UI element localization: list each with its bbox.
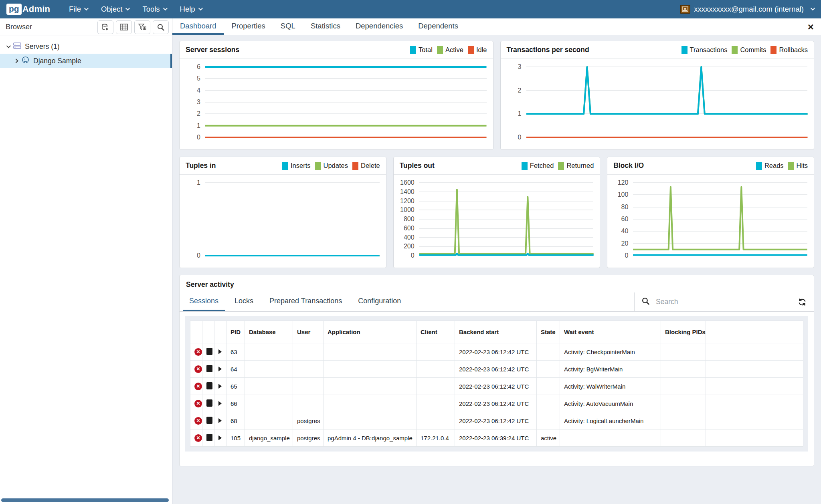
tuples-out-chart: Tuples outFetchedReturned160014001200100… bbox=[393, 157, 601, 268]
cell-user bbox=[293, 378, 324, 395]
terminate-session-button[interactable]: ✕ bbox=[194, 434, 202, 442]
horizontal-scrollbar[interactable] bbox=[1, 498, 169, 502]
column-header-client: Client bbox=[417, 321, 455, 343]
table-row[interactable]: ✕652022-02-23 06:12:42 UTCActivity: WalW… bbox=[190, 378, 803, 395]
cell-wait-event: Activity: WalWriterMain bbox=[560, 378, 661, 395]
activity-tab-prepared-transactions[interactable]: Prepared Transactions bbox=[263, 292, 348, 311]
user-avatar-icon bbox=[680, 5, 690, 14]
browser-header: Browser bbox=[0, 18, 172, 36]
terminate-session-button[interactable]: ✕ bbox=[194, 400, 202, 407]
menu-help[interactable]: Help bbox=[173, 0, 208, 18]
cancel-query-button[interactable] bbox=[206, 348, 212, 355]
terminate-session-button[interactable]: ✕ bbox=[194, 417, 202, 425]
cell-terminate: ✕ bbox=[190, 412, 202, 429]
tab-dashboard[interactable]: Dashboard bbox=[172, 18, 224, 35]
close-icon[interactable]: × bbox=[808, 22, 814, 32]
tree-node-servers[interactable]: Servers (1) bbox=[0, 39, 172, 54]
expand-row-icon[interactable] bbox=[218, 435, 222, 440]
cell-state bbox=[537, 395, 560, 412]
legend-label: Fetched bbox=[530, 162, 554, 169]
cell-database bbox=[245, 361, 293, 378]
menu-tools[interactable]: Tools bbox=[135, 0, 173, 18]
chart-header: Server sessionsTotalActiveIdle bbox=[180, 41, 493, 59]
activity-tabs: SessionsLocksPrepared TransactionsConfig… bbox=[180, 292, 634, 311]
axis-tick-label: 1 bbox=[180, 123, 200, 129]
column-header-user: User bbox=[293, 321, 324, 343]
column-header-pid: PID bbox=[226, 321, 245, 343]
table-row[interactable]: ✕632022-02-23 06:12:42 UTCActivity: Chec… bbox=[190, 343, 803, 361]
tab-statistics[interactable]: Statistics bbox=[303, 18, 348, 35]
table-row[interactable]: ✕662022-02-23 06:12:42 UTCActivity: Auto… bbox=[190, 395, 803, 412]
activity-tab-locks[interactable]: Locks bbox=[228, 292, 260, 311]
menu-file[interactable]: File bbox=[62, 0, 94, 18]
terminate-session-button[interactable]: ✕ bbox=[194, 383, 202, 390]
series-hits bbox=[633, 187, 807, 250]
server-sessions-chart: Server sessionsTotalActiveIdle6543210 bbox=[179, 41, 493, 150]
activity-tab-sessions[interactable]: Sessions bbox=[183, 292, 225, 311]
server-activity-panel: Server activity SessionsLocksPrepared Tr… bbox=[179, 275, 814, 466]
chevron-down-icon bbox=[163, 6, 167, 10]
cancel-query-button[interactable] bbox=[206, 434, 212, 441]
axis-tick-label: 3 bbox=[501, 64, 522, 70]
table-row[interactable]: ✕105django_samplepostgrespgAdmin 4 - DB:… bbox=[190, 429, 803, 447]
cell-blocking-pids bbox=[661, 343, 706, 361]
tuples-in-chart: Tuples inInsertsUpdatesDelete10 bbox=[179, 157, 386, 268]
terminate-session-button[interactable]: ✕ bbox=[194, 365, 202, 373]
legend-swatch bbox=[681, 46, 688, 54]
cancel-query-button[interactable] bbox=[206, 382, 212, 389]
cancel-query-button[interactable] bbox=[206, 365, 212, 372]
chevron-right-icon[interactable] bbox=[14, 58, 18, 63]
axis-tick-label: 1000 bbox=[394, 207, 415, 213]
expand-row-icon[interactable] bbox=[218, 418, 222, 423]
activity-tab-configuration[interactable]: Configuration bbox=[352, 292, 407, 311]
cell-database bbox=[245, 412, 293, 429]
browser-sidebar: Browser Servers (1) bbox=[0, 18, 172, 504]
expand-row-icon[interactable] bbox=[218, 367, 222, 371]
axis-tick-label: 0 bbox=[180, 252, 200, 259]
query-tool-icon[interactable] bbox=[97, 20, 113, 34]
tab-dependents[interactable]: Dependents bbox=[410, 18, 466, 35]
cell-state: active bbox=[537, 429, 560, 447]
cell-backend-start: 2022-02-23 06:12:42 UTC bbox=[455, 412, 537, 429]
cell-user bbox=[293, 343, 324, 361]
table-view-icon[interactable] bbox=[116, 20, 132, 34]
cancel-query-button[interactable] bbox=[206, 399, 212, 407]
cancel-query-button[interactable] bbox=[206, 417, 212, 424]
cell-terminate: ✕ bbox=[190, 378, 202, 395]
logo-admin-text: Admin bbox=[22, 4, 50, 14]
tab-dependencies[interactable]: Dependencies bbox=[348, 18, 410, 35]
table-row[interactable]: ✕68postgres2022-02-23 06:12:42 UTCActivi… bbox=[190, 412, 803, 429]
search-icon[interactable] bbox=[153, 20, 169, 34]
legend-swatch bbox=[468, 46, 474, 54]
table-row[interactable]: ✕642022-02-23 06:12:42 UTCActivity: BgWr… bbox=[190, 361, 803, 378]
search-input[interactable] bbox=[656, 298, 783, 306]
expand-row-icon[interactable] bbox=[218, 401, 222, 406]
expand-row-icon[interactable] bbox=[218, 349, 222, 354]
refresh-button[interactable] bbox=[790, 292, 814, 311]
chevron-down-icon[interactable] bbox=[6, 44, 11, 48]
cell-terminate: ✕ bbox=[190, 343, 202, 361]
tab-sql[interactable]: SQL bbox=[273, 18, 303, 35]
chart-legend: TotalActiveIdle bbox=[410, 46, 487, 54]
legend-label: Delete bbox=[361, 162, 380, 169]
cell-application bbox=[324, 361, 417, 378]
chart-header: Transactions per secondTransactionsCommi… bbox=[501, 41, 814, 59]
cell-client bbox=[417, 361, 455, 378]
cell-state bbox=[537, 378, 560, 395]
tree-node-django-sample[interactable]: Django Sample bbox=[0, 54, 172, 68]
chart-plot-area: 6543210 bbox=[180, 67, 487, 137]
axis-tick-label: 6 bbox=[180, 64, 200, 70]
menu-label: Object bbox=[101, 5, 122, 14]
series-returned bbox=[419, 190, 594, 254]
terminate-session-button[interactable]: ✕ bbox=[194, 348, 202, 356]
axis-tick-label: 2 bbox=[501, 87, 522, 94]
cell-cancel bbox=[202, 395, 214, 412]
cell-pid: 65 bbox=[226, 378, 245, 395]
content-pane: DashboardPropertiesSQLStatisticsDependen… bbox=[172, 18, 821, 504]
axis-tick-label: 100 bbox=[607, 192, 628, 198]
expand-row-icon[interactable] bbox=[218, 384, 222, 389]
tab-properties[interactable]: Properties bbox=[224, 18, 273, 35]
user-menu[interactable]: xxxxxxxxxx@gmail.com (internal) bbox=[680, 5, 814, 14]
menu-object[interactable]: Object bbox=[94, 0, 135, 18]
filter-icon[interactable] bbox=[134, 20, 150, 34]
